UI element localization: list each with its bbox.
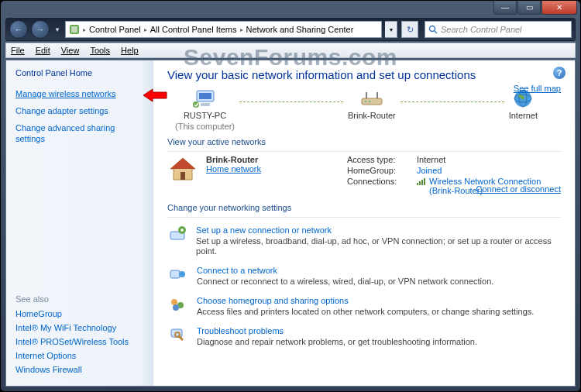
svg-rect-5 xyxy=(199,93,211,99)
page-title: View your basic network information and … xyxy=(167,68,561,81)
close-button[interactable]: ✕ xyxy=(541,1,577,15)
see-also-section: See also HomeGroup Intel® My WiFi Techno… xyxy=(15,294,143,378)
sidebar: Control Panel Home Manage wireless netwo… xyxy=(6,60,153,386)
computer-icon xyxy=(192,88,218,109)
svg-rect-8 xyxy=(362,98,382,105)
breadcrumb-mid[interactable]: All Control Panel Items xyxy=(150,25,237,34)
search-input[interactable]: Search Control Panel xyxy=(425,21,572,38)
sidebar-link-manage-wireless[interactable]: Manage wireless networks xyxy=(15,88,143,99)
svg-rect-1 xyxy=(71,26,77,33)
access-type-label: Access type: xyxy=(347,155,411,164)
search-placeholder: Search Control Panel xyxy=(441,25,522,34)
router-icon xyxy=(359,88,385,109)
menu-edit[interactable]: Edit xyxy=(36,46,50,55)
net-connection-line xyxy=(239,101,343,102)
breadcrumb-leaf[interactable]: Network and Sharing Center xyxy=(246,25,354,34)
menu-bar: File Edit View Tools Help xyxy=(5,43,576,58)
active-network-type-link[interactable]: Home network xyxy=(206,164,261,174)
svg-point-27 xyxy=(171,299,177,305)
svg-rect-21 xyxy=(421,180,423,185)
address-bar[interactable]: ▸ Control Panel ▸ All Control Panel Item… xyxy=(65,21,382,38)
back-button[interactable]: ← xyxy=(9,20,28,39)
node-this-pc[interactable]: RUSTY-PC (This computer) xyxy=(175,88,235,131)
node-pc-sublabel: (This computer) xyxy=(175,122,235,131)
refresh-button[interactable]: ↻ xyxy=(401,21,418,38)
menu-tools[interactable]: Tools xyxy=(90,46,110,55)
sidebar-link-adapter-settings[interactable]: Change adapter settings xyxy=(15,105,143,116)
control-panel-home-link[interactable]: Control Panel Home xyxy=(15,68,143,77)
seealso-intel-proset[interactable]: Intel® PROSet/Wireless Tools xyxy=(15,336,143,347)
net-connection-line xyxy=(401,101,504,102)
control-panel-icon xyxy=(69,24,80,35)
connect-disconnect-link[interactable]: Connect or disconnect xyxy=(476,184,561,194)
wifi-signal-icon xyxy=(417,177,426,186)
task-connect-network-link[interactable]: Connect to a network xyxy=(197,266,493,275)
address-dropdown[interactable]: ▾ xyxy=(385,21,397,38)
maximize-button[interactable]: ▭ xyxy=(517,1,541,15)
see-full-map-link[interactable]: See full map xyxy=(514,84,561,93)
minimize-button[interactable]: — xyxy=(493,1,517,15)
seealso-internet-options[interactable]: Internet Options xyxy=(15,350,143,361)
svg-point-29 xyxy=(173,304,179,311)
svg-line-3 xyxy=(435,31,437,33)
menu-view[interactable]: View xyxy=(61,46,80,55)
seealso-windows-firewall[interactable]: Windows Firewall xyxy=(15,364,143,375)
seealso-intel-mywifi[interactable]: Intel® My WiFi Technology xyxy=(15,322,143,333)
seealso-homegroup[interactable]: HomeGroup xyxy=(15,308,143,319)
nav-toolbar: ← → ▼ ▸ Control Panel ▸ All Control Pane… xyxy=(5,18,576,41)
sidebar-link-advanced-sharing[interactable]: Change advanced sharing settings xyxy=(15,122,143,144)
breadcrumb-sep-icon: ▸ xyxy=(144,26,147,33)
network-map: RUSTY-PC (This computer) Brink-Router In… xyxy=(167,88,561,131)
main-panel: ? View your basic network information an… xyxy=(153,60,575,386)
task-homegroup: Choose homegroup and sharing options Acc… xyxy=(167,296,561,317)
task-setup-connection: Set up a new connection or network Set u… xyxy=(167,225,561,256)
svg-rect-18 xyxy=(180,172,185,180)
annotation-arrow-icon xyxy=(143,88,168,103)
breadcrumb-root[interactable]: Control Panel xyxy=(89,25,141,34)
homegroup-icon xyxy=(169,296,186,313)
task-homegroup-desc: Access files and printers located on oth… xyxy=(197,307,534,317)
troubleshoot-icon xyxy=(169,326,186,343)
access-type-value: Internet xyxy=(417,155,561,164)
see-also-heading: See also xyxy=(15,294,143,304)
svg-rect-20 xyxy=(419,181,421,185)
nav-history-dropdown[interactable]: ▼ xyxy=(53,26,62,33)
menu-help[interactable]: Help xyxy=(121,46,139,55)
svg-point-12 xyxy=(369,101,370,102)
svg-point-2 xyxy=(430,26,435,32)
svg-point-26 xyxy=(179,271,185,277)
node-internet-label: Internet xyxy=(509,111,538,120)
connections-label: Connections: xyxy=(347,177,411,195)
active-networks-heading: View your active networks xyxy=(167,137,561,146)
svg-rect-6 xyxy=(201,103,210,106)
task-connect-network: Connect to a network Connect or reconnec… xyxy=(167,266,561,287)
task-troubleshoot: Troubleshoot problems Diagnose and repai… xyxy=(167,326,561,347)
help-icon[interactable]: ? xyxy=(553,67,566,79)
svg-point-11 xyxy=(365,101,366,102)
node-pc-label: RUSTY-PC xyxy=(184,111,226,120)
node-internet[interactable]: Internet xyxy=(509,88,538,131)
svg-marker-17 xyxy=(170,158,195,169)
house-icon xyxy=(167,155,198,183)
homegroup-link[interactable]: Joined xyxy=(417,166,561,175)
node-router[interactable]: Brink-Router xyxy=(348,88,396,131)
settings-heading: Change your networking settings xyxy=(167,203,561,212)
svg-rect-19 xyxy=(417,183,418,185)
search-icon xyxy=(428,25,438,34)
homegroup-label: HomeGroup: xyxy=(347,166,411,175)
task-troubleshoot-link[interactable]: Troubleshoot problems xyxy=(197,326,477,335)
svg-marker-32 xyxy=(143,89,167,101)
svg-rect-25 xyxy=(170,270,180,278)
content-area: Control Panel Home Manage wireless netwo… xyxy=(5,60,576,387)
setup-connection-icon xyxy=(169,225,186,242)
task-setup-connection-link[interactable]: Set up a new connection or network xyxy=(196,225,561,235)
active-network-name: Brink-Router xyxy=(206,155,261,164)
task-homegroup-link[interactable]: Choose homegroup and sharing options xyxy=(197,296,534,305)
breadcrumb-sep-icon: ▸ xyxy=(240,26,243,33)
window-frame: — ▭ ✕ ← → ▼ ▸ Control Panel ▸ All Contro… xyxy=(0,0,581,392)
forward-button[interactable]: → xyxy=(31,20,50,39)
menu-file[interactable]: File xyxy=(11,46,25,55)
connect-network-icon xyxy=(169,266,186,283)
titlebar: — ▭ ✕ xyxy=(1,1,580,18)
breadcrumb-sep-icon: ▸ xyxy=(83,26,86,33)
